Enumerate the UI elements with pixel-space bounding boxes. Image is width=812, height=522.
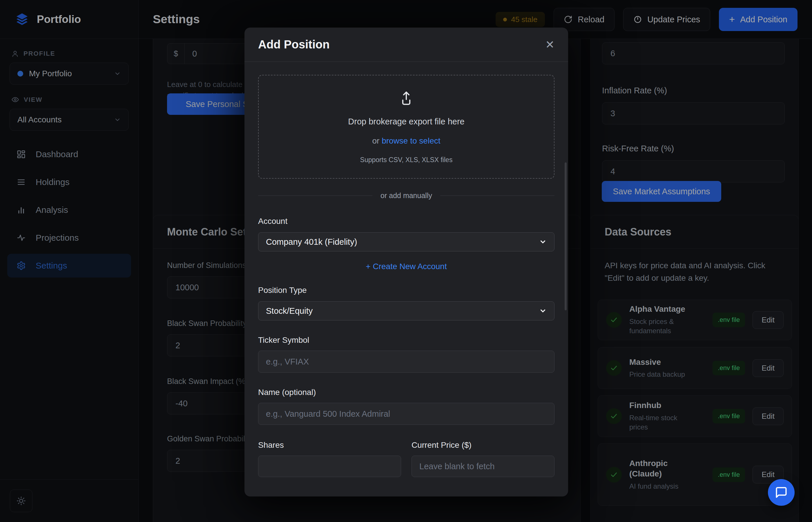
add-position-modal: Add Position ✕ Drop brokerage export fil…	[244, 27, 568, 497]
name-input[interactable]	[258, 403, 554, 425]
modal-scrollbar[interactable]	[565, 162, 567, 310]
account-select[interactable]: Company 401k (Fidelity)	[258, 232, 554, 252]
shares-label: Shares	[258, 441, 401, 450]
create-new-account-link[interactable]: + Create New Account	[258, 262, 554, 271]
dropzone-or-line: or browse to select	[372, 136, 440, 145]
modal-title: Add Position	[258, 38, 545, 51]
chat-button[interactable]	[768, 479, 795, 506]
file-dropzone[interactable]: Drop brokerage export file here or brows…	[258, 75, 554, 179]
current-price-label: Current Price ($)	[411, 441, 554, 450]
browse-link[interactable]: browse to select	[382, 136, 440, 145]
ticker-label: Ticker Symbol	[258, 336, 554, 345]
shares-input[interactable]	[258, 456, 401, 477]
position-type-label: Position Type	[258, 286, 554, 295]
manual-divider: or add manually	[258, 192, 554, 200]
cost-basis-label: Total Cost Basis ($, optional)	[258, 495, 554, 497]
close-icon[interactable]: ✕	[545, 39, 554, 50]
chevron-down-icon	[539, 238, 547, 246]
account-label: Account	[258, 217, 554, 226]
ticker-input[interactable]	[258, 350, 554, 373]
dropzone-supported-formats: Supports CSV, XLS, XLSX files	[360, 156, 453, 164]
upload-icon	[398, 89, 415, 106]
current-price-input[interactable]	[411, 456, 554, 477]
name-label: Name (optional)	[258, 388, 554, 397]
position-type-select[interactable]: Stock/Equity	[258, 301, 554, 320]
dropzone-text: Drop brokerage export file here	[348, 117, 464, 126]
chat-bubble-icon	[775, 486, 788, 499]
chevron-down-icon	[539, 307, 547, 315]
